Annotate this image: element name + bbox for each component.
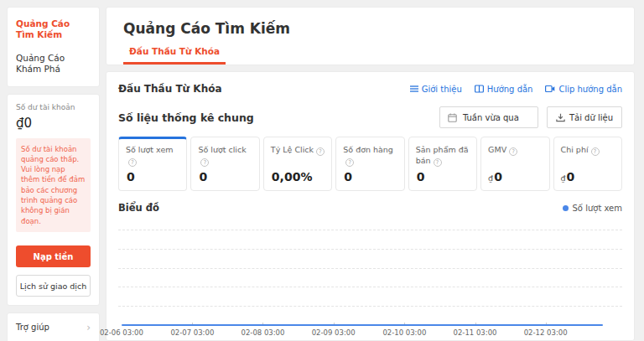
x-axis-label: 02-06 03:00 (100, 328, 143, 337)
gridline (118, 287, 622, 287)
stat-label: Số lượt xem? (126, 145, 179, 168)
section-header-row: Đấu Thầu Từ Khóa Giới thiệu Hướng dẫn Cl… (118, 83, 622, 95)
tab-keyword-bidding[interactable]: Đấu Thầu Từ Khóa (123, 43, 226, 65)
chevron-right-icon: › (86, 323, 91, 333)
gridline (118, 249, 622, 250)
stat-value: 0 (343, 170, 397, 183)
chart-plot-area (118, 220, 622, 326)
download-data-button[interactable]: Tải dữ liệu (547, 106, 622, 128)
sidebar: Quảng Cáo Tìm Kiếm Quảng Cáo Khám Phá Số… (7, 7, 100, 341)
stats-header-row: Số liệu thống kê chung Tuần vừa qua Tải … (118, 106, 622, 128)
gridline (118, 306, 622, 307)
stat-value: ₫0 (488, 170, 542, 183)
stat-value: ₫0 (561, 170, 615, 183)
low-balance-warning: Số dư tài khoản quảng cáo thấp. Vui lòng… (16, 138, 91, 233)
guide-link-label: Hướng dẫn (487, 85, 533, 94)
x-axis-label: 02-08 03:00 (242, 328, 285, 337)
stat-label: Tỷ Lệ Click? (271, 145, 325, 168)
sidebar-item-search-ads[interactable]: Quảng Cáo Tìm Kiếm (16, 18, 91, 40)
stat-label: Chi phí? (561, 145, 615, 168)
chart-legend[interactable]: Số lượt xem (563, 204, 622, 213)
stat-card-gmv[interactable]: GMV? ₫0 (480, 137, 549, 191)
date-range-value: Tuần vừa qua (463, 113, 519, 122)
help-icon[interactable]: ? (128, 158, 137, 167)
intro-link[interactable]: Giới thiệu (410, 85, 462, 94)
download-icon (556, 113, 565, 122)
gridline (118, 230, 622, 230)
x-axis-label: 02-10 03:00 (382, 328, 426, 337)
help-icon[interactable]: ? (509, 147, 517, 156)
stats-title: Số liệu thống kê chung (118, 111, 254, 124)
help-icon[interactable]: ? (591, 147, 600, 156)
balance-label: Số dư tài khoản (16, 103, 91, 111)
intro-link-label: Giới thiệu (422, 85, 462, 94)
help-icon[interactable]: ? (316, 147, 325, 156)
legend-dot-icon (563, 205, 569, 211)
gridline (118, 268, 622, 269)
main-panel: Quảng Cáo Tìm Kiếm Đấu Thầu Từ Khóa Đấu … (106, 7, 635, 341)
stat-card-views[interactable]: Số lượt xem? 0 (118, 137, 187, 191)
stat-value: 0 (126, 170, 179, 183)
video-icon (545, 85, 555, 93)
chart-header-row: Biểu đồ Số lượt xem (118, 202, 622, 214)
help-link-label: Trợ giúp (16, 323, 49, 332)
page-header: Quảng Cáo Tìm Kiếm Đấu Thầu Từ Khóa (106, 7, 635, 65)
stat-card-orders[interactable]: Số đơn hàng? 0 (335, 137, 404, 191)
stat-cards-row: Số lượt xem? 0 Số lượt click? 0 Tỷ Lệ Cl… (118, 137, 622, 191)
chart-title: Biểu đồ (118, 202, 159, 214)
stat-label: GMV? (488, 145, 542, 168)
clip-guide-link[interactable]: Clip hướng dẫn (545, 85, 622, 94)
sidebar-item-discovery-ads[interactable]: Quảng Cáo Khám Phá (16, 53, 91, 75)
stat-card-cost[interactable]: Chi phí? ₫0 (553, 137, 622, 191)
x-axis-label: 02-12 03:00 (524, 328, 568, 337)
clip-guide-link-label: Clip hướng dẫn (558, 85, 622, 94)
balance-card: Số dư tài khoản ₫0 Số dư tài khoản quảng… (7, 94, 100, 307)
help-icon[interactable]: ? (434, 158, 442, 167)
book-icon (475, 85, 484, 93)
stat-card-items-sold[interactable]: Sản phẩm đã bán? 0 (408, 137, 477, 191)
page: Quảng Cáo Tìm Kiếm Quảng Cáo Khám Phá Số… (0, 0, 644, 341)
doc-links: Giới thiệu Hướng dẫn Clip hướng dẫn (410, 85, 622, 94)
section-title: Đấu Thầu Từ Khóa (118, 83, 222, 95)
help-link[interactable]: Trợ giúp › (8, 313, 99, 341)
stat-card-ctr[interactable]: Tỷ Lệ Click? 0,00% (263, 137, 332, 191)
content-card: Đấu Thầu Từ Khóa Giới thiệu Hướng dẫn Cl… (106, 71, 635, 341)
topup-button[interactable]: Nạp tiền (16, 245, 91, 267)
help-icon[interactable]: ? (345, 158, 354, 167)
balance-value: ₫0 (16, 116, 91, 131)
stat-label: Số lượt click? (198, 145, 252, 168)
guide-link[interactable]: Hướng dẫn (475, 85, 533, 94)
stat-label: Sản phẩm đã bán? (416, 145, 470, 168)
list-icon (410, 85, 418, 93)
help-icon[interactable]: ? (200, 158, 209, 167)
stat-value: 0 (416, 170, 470, 183)
sidebar-links-card: Trợ giúp › Phản hồi › (7, 313, 100, 341)
stat-value: 0,00% (271, 170, 325, 183)
date-range-select[interactable]: Tuần vừa qua (439, 106, 538, 128)
transaction-history-button[interactable]: Lịch sử giao dịch (16, 275, 91, 297)
chart-x-axis: 02-06 03:00 02-07 03:00 02-08 03:00 02-0… (118, 326, 622, 340)
x-axis-label: 02-11 03:00 (454, 328, 497, 337)
stat-label: Số đơn hàng? (343, 145, 397, 168)
x-axis-label: 02-07 03:00 (170, 328, 214, 337)
stat-value: 0 (198, 170, 252, 183)
calendar-icon (448, 113, 457, 122)
stat-card-clicks[interactable]: Số lượt click? 0 (190, 137, 259, 191)
download-data-label: Tải dữ liệu (569, 113, 613, 122)
stats-controls: Tuần vừa qua Tải dữ liệu (439, 106, 622, 128)
x-axis-label: 02-09 03:00 (312, 328, 356, 337)
page-title: Quảng Cáo Tìm Kiếm (123, 20, 617, 37)
legend-label: Số lượt xem (573, 204, 622, 213)
sidebar-nav-card: Quảng Cáo Tìm Kiếm Quảng Cáo Khám Phá (7, 7, 100, 87)
